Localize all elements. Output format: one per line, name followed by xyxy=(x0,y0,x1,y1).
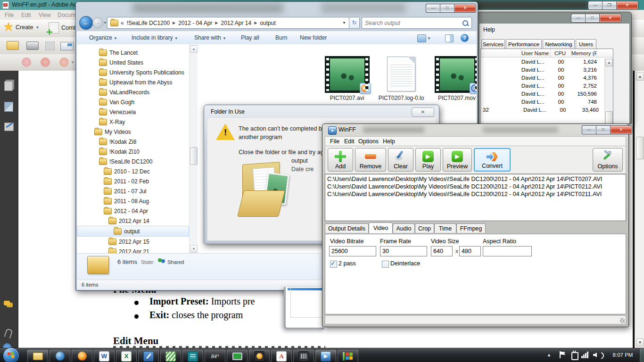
breadcrumb-crumb[interactable]: !SeaLife DC1200 xyxy=(127,20,170,26)
taskbar-button-sticky-notes[interactable] xyxy=(182,350,203,362)
video-bitrate-input[interactable] xyxy=(329,246,376,256)
search-icon[interactable] xyxy=(462,19,469,27)
column-image-name[interactable] xyxy=(481,49,521,58)
tree-item-selected[interactable]: output xyxy=(77,226,189,237)
remove-button[interactable]: Remove xyxy=(355,148,386,172)
tree-item[interactable]: My Videos xyxy=(77,127,189,137)
breadcrumb-separator-icon[interactable]: ▶ xyxy=(173,21,175,25)
scrollbar-thumb[interactable] xyxy=(636,137,644,159)
taskbar-button-office-app[interactable] xyxy=(338,350,358,362)
process-row[interactable]: David L...00150,596 xyxy=(481,90,613,98)
restore-icon[interactable]: ❐ xyxy=(602,1,616,10)
process-row[interactable]: David L...001,624 xyxy=(481,58,613,66)
action-center-flag-icon[interactable] xyxy=(559,351,566,359)
taskmgr-window-controls[interactable]: — □ ✕ xyxy=(571,14,621,23)
burn-button[interactable]: Burn xyxy=(275,34,287,41)
taskbar-button-live-writer[interactable] xyxy=(138,350,159,362)
tree-item[interactable]: 2012 Apr 21 xyxy=(77,247,189,253)
show-desktop-button[interactable] xyxy=(639,348,644,362)
taskbar-button-movie-app[interactable] xyxy=(293,350,314,362)
winff-window-controls[interactable]: — □ ✕ xyxy=(582,125,632,134)
menu-options[interactable]: Options xyxy=(358,138,379,145)
maximize-icon[interactable]: □ xyxy=(440,4,454,13)
video-width-input[interactable] xyxy=(431,246,453,256)
file-path-row[interactable]: C:\Users\David Lawrence\Desktop\My Video… xyxy=(325,190,626,197)
list-scrollbar[interactable]: ▲ xyxy=(604,58,613,124)
tree-item[interactable]: !SeaLife DC1200 xyxy=(77,156,189,166)
minimize-icon[interactable]: — xyxy=(426,4,440,13)
process-row[interactable]: David L...002,752 xyxy=(481,82,613,90)
address-dropdown-icon[interactable]: ▼ xyxy=(342,21,346,25)
taskbar-button-media-app[interactable] xyxy=(249,350,270,362)
refresh-button[interactable]: ↻ xyxy=(349,17,360,29)
bookmarks-icon[interactable] xyxy=(4,102,13,112)
tree-item[interactable]: !Kodak Zi8 xyxy=(77,137,189,147)
tree-item[interactable]: 2011 - 08 Aug xyxy=(77,196,189,206)
tab-users[interactable]: Users xyxy=(576,39,596,49)
tab-video[interactable]: Video xyxy=(369,222,393,233)
taskbar-button-screen-capture[interactable] xyxy=(227,350,248,362)
frame-rate-input[interactable] xyxy=(380,246,427,256)
close-icon[interactable]: ✕ xyxy=(616,1,638,10)
taskbar-button-firefox[interactable] xyxy=(72,350,92,362)
process-row[interactable]: David L...00748 xyxy=(481,98,613,106)
tree-item[interactable]: 2011 - 07 Jul xyxy=(77,186,189,196)
tray-expand-icon[interactable]: ▲ xyxy=(547,353,551,357)
process-row[interactable]: David L...003,216 xyxy=(481,66,613,74)
minimize-icon[interactable]: — xyxy=(582,125,596,134)
taskbar-button-explorer[interactable] xyxy=(27,350,48,362)
tree-item[interactable]: 2012 Apr 14 xyxy=(77,216,189,226)
network-signal-icon[interactable] xyxy=(581,352,590,358)
tree-item[interactable]: University Sports Publications xyxy=(77,67,189,77)
options-button[interactable]: Options xyxy=(593,148,623,172)
maximize-icon[interactable]: □ xyxy=(596,125,610,134)
menu-file[interactable]: File xyxy=(330,138,339,145)
deinterlace-checkbox[interactable] xyxy=(382,261,389,268)
tree-item[interactable]: 2010 - 12 Dec xyxy=(77,166,189,176)
view-dropdown-icon[interactable]: ▼ xyxy=(427,36,431,41)
menu-edit[interactable]: Edit xyxy=(21,12,31,18)
tree-item[interactable]: X-Ray xyxy=(77,117,189,127)
conversion-file-list[interactable]: C:\Users\David Lawrence\Desktop\My Video… xyxy=(325,174,626,221)
tab-performance[interactable]: Performance xyxy=(506,39,542,49)
tree-item[interactable]: The Lancet xyxy=(77,48,189,58)
minimize-icon[interactable]: — xyxy=(571,14,585,23)
print-icon[interactable] xyxy=(26,41,39,50)
acrobat-window-controls[interactable]: — ❐ ✕ xyxy=(588,1,638,10)
acrobat-scrollbar[interactable]: ▲ ▼ xyxy=(635,71,644,348)
change-view-button[interactable] xyxy=(417,34,426,42)
new-folder-button[interactable]: New folder xyxy=(300,34,327,41)
volume-icon[interactable] xyxy=(593,351,602,359)
maximize-icon[interactable]: □ xyxy=(585,14,599,23)
two-pass-checkbox[interactable] xyxy=(330,261,337,268)
tab-output-details[interactable]: Output Details xyxy=(325,223,369,233)
tree-item[interactable]: Venezuela xyxy=(77,107,189,117)
include-in-library-button[interactable]: Include in library ▼ xyxy=(132,34,178,41)
taskbar-button-winff[interactable]: ▶ xyxy=(315,350,336,362)
help-button[interactable]: ? xyxy=(461,34,469,42)
search-box[interactable] xyxy=(362,17,472,29)
create-button[interactable]: Create ▼ xyxy=(4,22,39,33)
column-cpu[interactable]: CPU xyxy=(551,49,571,58)
taskbar-button-streets-maps[interactable] xyxy=(160,350,181,362)
scroll-up-icon[interactable]: ▲ xyxy=(636,73,644,81)
menu-view[interactable]: View xyxy=(39,12,51,18)
taskbar-button-adobe-reader[interactable]: A xyxy=(271,350,292,362)
menu-edit[interactable]: Edit xyxy=(344,138,355,145)
tree-item[interactable]: United States xyxy=(77,58,189,67)
taskbar-button-weather[interactable]: 84° xyxy=(205,350,225,362)
tab-crop[interactable]: Crop xyxy=(415,223,434,233)
tab-ffmpeg[interactable]: FFmpeg xyxy=(456,223,486,233)
scrollbar-thumb[interactable] xyxy=(605,111,613,124)
hand-tool-icon[interactable] xyxy=(41,58,50,67)
close-icon[interactable]: ✕ xyxy=(610,125,632,134)
tab-time[interactable]: Time xyxy=(434,223,456,233)
attachments-icon[interactable] xyxy=(4,328,13,338)
pages-icon[interactable] xyxy=(4,81,13,91)
nav-history-chevron-icon[interactable]: ▼ xyxy=(103,21,107,25)
tree-item[interactable]: VaLandRecords xyxy=(77,87,189,97)
add-button[interactable]: Add xyxy=(328,148,353,172)
close-icon[interactable]: ✕ xyxy=(599,14,621,23)
breadcrumb-crumb[interactable]: 2012 - 04 Apr xyxy=(178,20,212,26)
file-path-row[interactable]: C:\Users\David Lawrence\Desktop\My Video… xyxy=(325,182,626,190)
